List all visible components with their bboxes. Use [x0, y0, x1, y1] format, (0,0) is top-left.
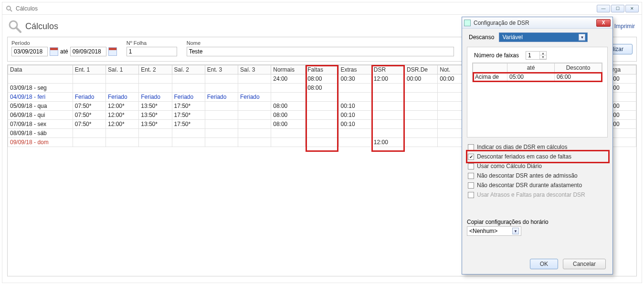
- table-cell[interactable]: [238, 102, 271, 111]
- copiar-select[interactable]: <Nenhum> ▼: [467, 226, 521, 236]
- table-cell[interactable]: Feriado: [172, 93, 205, 102]
- calendar-icon[interactable]: [50, 47, 58, 56]
- table-cell[interactable]: 12:00*: [106, 111, 139, 120]
- table-cell[interactable]: 13:50*: [139, 111, 172, 120]
- col-header[interactable]: Ent. 2: [139, 65, 172, 74]
- table-cell[interactable]: [306, 129, 338, 138]
- table-cell[interactable]: 08:00: [271, 102, 306, 111]
- table-cell[interactable]: [172, 138, 205, 147]
- table-cell[interactable]: 17:50*: [172, 120, 205, 129]
- table-cell[interactable]: [139, 138, 172, 147]
- col-header[interactable]: Ent. 3: [205, 65, 238, 74]
- table-cell[interactable]: [73, 138, 106, 147]
- table-cell[interactable]: [172, 129, 205, 138]
- col-header[interactable]: Saí. 1: [106, 65, 139, 74]
- option-checkbox[interactable]: Não descontar DSR durante afastamento: [468, 180, 608, 190]
- table-cell[interactable]: [405, 111, 438, 120]
- col-header[interactable]: DSR: [371, 65, 404, 74]
- table-cell[interactable]: [338, 84, 371, 93]
- table-cell[interactable]: [405, 93, 438, 102]
- col-header[interactable]: Data: [8, 65, 73, 74]
- table-cell[interactable]: [205, 120, 238, 129]
- col-header[interactable]: DSR.De: [405, 65, 438, 74]
- table-cell[interactable]: 09/09/18 - dom: [8, 138, 73, 147]
- maximize-button[interactable]: ☐: [611, 5, 624, 12]
- table-cell[interactable]: 13:50*: [139, 102, 172, 111]
- table-cell[interactable]: [306, 138, 338, 147]
- col-header[interactable]: Ent. 1: [73, 65, 106, 74]
- table-cell[interactable]: 07:50*: [73, 120, 106, 129]
- table-cell[interactable]: 08:00: [306, 84, 338, 93]
- table-cell[interactable]: [306, 111, 338, 120]
- spin-up-icon[interactable]: ▲: [540, 52, 546, 55]
- table-cell[interactable]: [238, 120, 271, 129]
- col-header[interactable]: Saí. 2: [172, 65, 205, 74]
- table-cell[interactable]: Feriado: [238, 93, 271, 102]
- table-cell[interactable]: [139, 84, 172, 93]
- option-checkbox[interactable]: Usar como Cálculo Diário: [468, 161, 608, 171]
- minimize-button[interactable]: —: [597, 5, 610, 12]
- table-cell[interactable]: [405, 102, 438, 111]
- table-cell[interactable]: 08:00: [271, 120, 306, 129]
- col-header[interactable]: Extras: [338, 65, 371, 74]
- folha-input[interactable]: [127, 47, 177, 56]
- table-cell[interactable]: [238, 138, 271, 147]
- calendar-icon[interactable]: [108, 47, 117, 56]
- table-cell[interactable]: 03/09/18 - seg: [8, 84, 73, 93]
- table-cell[interactable]: [238, 111, 271, 120]
- table-cell[interactable]: 17:50*: [172, 111, 205, 120]
- table-cell[interactable]: [306, 93, 338, 102]
- table-cell[interactable]: 07:50*: [73, 102, 106, 111]
- option-checkbox[interactable]: ✔Descontar feriados em caso de faltas: [468, 152, 608, 161]
- spin-down-icon[interactable]: ▼: [540, 55, 546, 59]
- table-cell[interactable]: Feriado: [205, 93, 238, 102]
- col-header[interactable]: Faltas: [306, 65, 338, 74]
- cancel-button[interactable]: Cancelar: [563, 259, 606, 269]
- col-header[interactable]: Saí. 3: [238, 65, 271, 74]
- table-cell[interactable]: [271, 93, 306, 102]
- table-cell[interactable]: 12:00*: [106, 102, 139, 111]
- table-cell[interactable]: 08:00: [271, 111, 306, 120]
- table-cell[interactable]: [271, 129, 306, 138]
- nome-input[interactable]: [187, 47, 454, 56]
- table-cell[interactable]: 06/09/18 - qui: [8, 111, 73, 120]
- grid-desconto-cell[interactable]: 06:00: [555, 73, 602, 82]
- table-cell[interactable]: 04/09/18 - feri: [8, 93, 73, 102]
- ok-button[interactable]: OK: [530, 259, 558, 269]
- table-cell[interactable]: 00:10: [338, 102, 371, 111]
- table-cell[interactable]: [139, 129, 172, 138]
- table-cell[interactable]: [271, 138, 306, 147]
- grid-ate-cell[interactable]: 05:00: [507, 73, 555, 82]
- table-cell[interactable]: [106, 84, 139, 93]
- option-checkbox[interactable]: Não descontar DSR antes de admissão: [468, 171, 608, 180]
- table-cell[interactable]: [172, 84, 205, 93]
- table-cell[interactable]: [205, 84, 238, 93]
- faixas-spinner[interactable]: 1 ▲▼: [526, 51, 547, 60]
- table-cell[interactable]: 13:50*: [139, 120, 172, 129]
- periodo-ate-input[interactable]: [70, 47, 106, 56]
- table-cell[interactable]: Feriado: [139, 93, 172, 102]
- table-cell[interactable]: 07/09/18 - sex: [8, 120, 73, 129]
- table-cell[interactable]: 05/09/18 - qua: [8, 102, 73, 111]
- table-cell[interactable]: [405, 120, 438, 129]
- table-cell[interactable]: [371, 129, 404, 138]
- table-cell[interactable]: Feriado: [73, 93, 106, 102]
- table-cell[interactable]: [338, 138, 371, 147]
- table-cell[interactable]: [371, 111, 404, 120]
- table-cell[interactable]: [338, 129, 371, 138]
- table-cell[interactable]: [271, 84, 306, 93]
- table-cell[interactable]: 12:00: [371, 138, 404, 147]
- table-cell[interactable]: Feriado: [106, 93, 139, 102]
- table-cell[interactable]: 17:50*: [172, 102, 205, 111]
- table-cell[interactable]: [371, 84, 404, 93]
- table-cell[interactable]: [238, 84, 271, 93]
- table-cell[interactable]: [338, 93, 371, 102]
- table-cell[interactable]: [371, 120, 404, 129]
- dialog-close-button[interactable]: X: [596, 19, 611, 27]
- table-cell[interactable]: [106, 129, 139, 138]
- table-cell[interactable]: [371, 93, 404, 102]
- table-cell[interactable]: [73, 129, 106, 138]
- table-cell[interactable]: 00:10: [338, 111, 371, 120]
- table-cell[interactable]: [306, 120, 338, 129]
- table-cell[interactable]: 12:00*: [106, 120, 139, 129]
